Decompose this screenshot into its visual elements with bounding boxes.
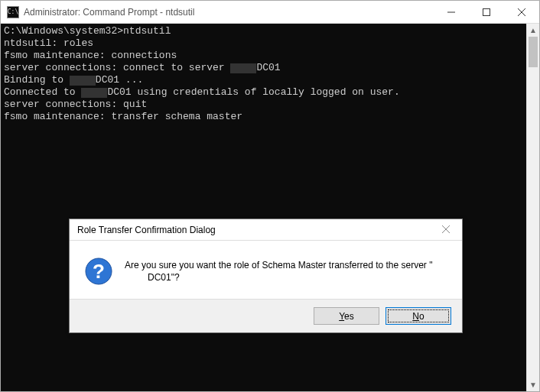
close-icon	[518, 8, 525, 16]
scrollbar-track[interactable]	[527, 37, 539, 378]
dialog-message-post: "?	[171, 272, 180, 283]
console-line: Binding to DC01 ...	[4, 74, 523, 86]
dialog-message-pre: Are you sure you want the role of Schema…	[125, 260, 432, 271]
dialog-message: Are you sure you want the role of Schema…	[125, 258, 447, 285]
command-prompt-window: C:\ Administrator: Command Prompt - ntds…	[0, 0, 540, 392]
dialog-close-button[interactable]	[434, 225, 457, 235]
minimize-button[interactable]	[434, 1, 469, 24]
redacted-text	[70, 76, 96, 86]
maximize-button[interactable]	[469, 1, 504, 24]
scroll-down-arrow-icon[interactable]: ▼	[527, 378, 539, 391]
redacted-text	[230, 63, 256, 73]
scroll-up-arrow-icon[interactable]: ▲	[527, 24, 539, 37]
role-transfer-dialog: Role Transfer Confirmation Dialog ? Are …	[69, 219, 463, 333]
dialog-server-name: DC01	[148, 272, 171, 283]
vertical-scrollbar[interactable]: ▲ ▼	[526, 24, 539, 391]
dialog-title: Role Transfer Confirmation Dialog	[77, 225, 434, 235]
console-line: fsmo maintenance: connections	[4, 50, 523, 62]
console-area: C:\Windows\system32>ntdsutilntdsutil: ro…	[1, 24, 539, 391]
maximize-icon	[483, 8, 490, 16]
cmd-icon: C:\	[7, 6, 19, 18]
close-button[interactable]	[504, 1, 539, 24]
dialog-button-row: Yes No	[70, 299, 462, 332]
window-title: Administrator: Command Prompt - ntdsutil	[24, 7, 194, 18]
redacted-server-prefix	[125, 271, 148, 283]
console-line: Connected to DC01 using credentials of l…	[4, 86, 523, 99]
dialog-body: ? Are you sure you want the role of Sche…	[70, 241, 462, 299]
minimize-icon	[447, 8, 455, 16]
console-line: fsmo maintenance: transfer schema master	[4, 111, 523, 123]
console-line: C:\Windows\system32>ntdsutil	[4, 25, 523, 37]
close-icon	[442, 225, 450, 233]
svg-text:?: ?	[93, 260, 105, 283]
dialog-titlebar[interactable]: Role Transfer Confirmation Dialog	[70, 219, 462, 241]
question-icon: ?	[85, 258, 112, 285]
console-output[interactable]: C:\Windows\system32>ntdsutilntdsutil: ro…	[1, 24, 526, 391]
no-button[interactable]: No	[385, 307, 451, 325]
yes-button[interactable]: Yes	[314, 307, 379, 325]
console-line: server connections: quit	[4, 99, 523, 111]
no-mnemonic: N	[412, 311, 419, 322]
redacted-text	[81, 88, 107, 98]
window-titlebar[interactable]: C:\ Administrator: Command Prompt - ntds…	[1, 1, 539, 24]
console-line: ntdsutil: roles	[4, 37, 523, 50]
scrollbar-thumb[interactable]	[529, 37, 538, 67]
svg-rect-0	[483, 8, 490, 15]
console-line: server connections: connect to server DC…	[4, 62, 523, 74]
